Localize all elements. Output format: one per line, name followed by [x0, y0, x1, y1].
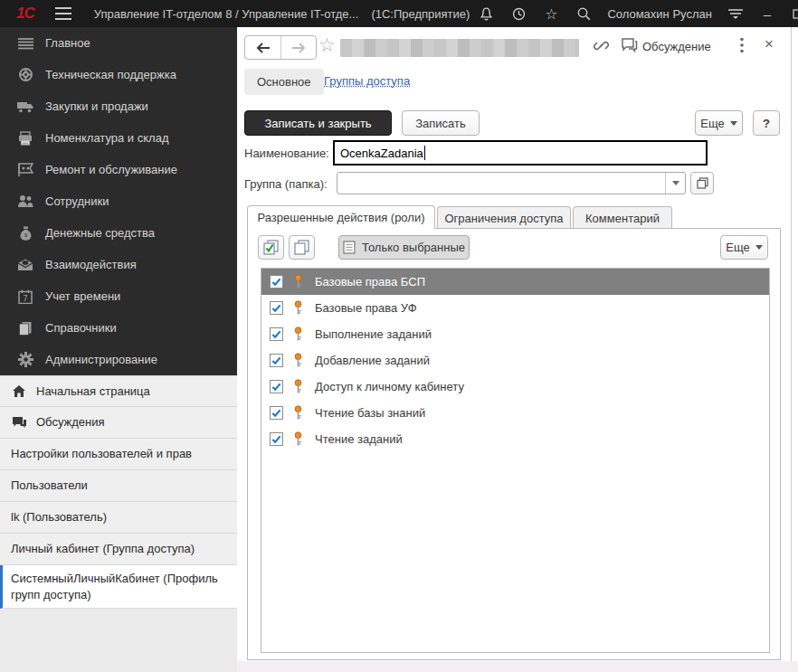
- people-icon: [16, 193, 34, 211]
- sidebar-item-users[interactable]: Пользователи: [0, 470, 237, 502]
- checkbox[interactable]: [270, 327, 283, 341]
- sidebar-item-label: СистемныйЛичныйКабинет (Профиль групп до…: [11, 571, 228, 602]
- sidebar-item-label: Пользователи: [11, 478, 88, 494]
- sidebar-item-label: Администрирование: [45, 353, 157, 366]
- role-key-icon: [292, 379, 304, 394]
- favorites-star-icon[interactable]: ☆: [535, 0, 567, 27]
- group-combo-value: [337, 173, 665, 194]
- sidebar-item-repair[interactable]: Ремонт и обслуживание: [0, 154, 237, 185]
- checkbox[interactable]: [270, 380, 283, 393]
- close-form-icon[interactable]: ×: [765, 35, 774, 53]
- role-row[interactable]: Чтение базы знаний: [261, 400, 769, 426]
- sidebar-item-administration[interactable]: Администрирование: [0, 344, 237, 375]
- role-key-icon: [292, 300, 304, 316]
- save-button[interactable]: Записать: [402, 110, 480, 136]
- sidebar-item-home[interactable]: Начальная страница: [0, 375, 237, 407]
- group-dropdown-button[interactable]: [665, 173, 685, 194]
- tab-allowed-actions[interactable]: Разрешенные действия (роли): [247, 205, 435, 229]
- sidebar-item-employees[interactable]: Сотрудники: [0, 185, 237, 217]
- sidebar-item-label: lk (Пользователь): [11, 509, 107, 525]
- favorite-star-icon[interactable]: ☆: [318, 34, 336, 56]
- sidebar-item-label: Денежные средства: [45, 226, 155, 240]
- sections-panel: Главное Техническая поддержка Закупки и …: [0, 27, 237, 375]
- text-cursor: [424, 146, 425, 160]
- name-input[interactable]: OcenkaZadania: [333, 140, 708, 166]
- sidebar-item-money[interactable]: s Денежные средства: [0, 217, 237, 249]
- group-choose-button[interactable]: [690, 172, 714, 194]
- uncheck-all-button[interactable]: [289, 235, 315, 260]
- notifications-bell-icon[interactable]: [470, 0, 502, 27]
- sidebar-item-glavnoe[interactable]: Главное: [0, 27, 237, 59]
- sidebar-item-purchases[interactable]: Закупки и продажи: [0, 90, 237, 122]
- role-label: Чтение заданий: [315, 432, 403, 446]
- money-icon: s: [16, 224, 34, 242]
- sidebar-item-label: Личный кабинет (Группа доступа): [11, 541, 195, 557]
- list-icon: [343, 241, 356, 254]
- sidebar-item-label: Техническая поддержка: [45, 68, 176, 81]
- checkbox[interactable]: [270, 354, 283, 367]
- roles-more-button[interactable]: Еще: [720, 235, 768, 260]
- tab-access-groups-link[interactable]: Группы доступа: [324, 74, 410, 88]
- 1c-logo: 1С: [16, 5, 34, 23]
- sidebar-item-tech-support[interactable]: Техническая поддержка: [0, 59, 237, 90]
- chevron-down-icon: [755, 245, 763, 250]
- books-icon: [16, 319, 34, 337]
- more-actions-icon[interactable]: [740, 37, 744, 53]
- sidebar-item-label: Учет времени: [45, 289, 120, 303]
- role-label: Доступ к личному кабинету: [315, 380, 464, 393]
- role-row[interactable]: Чтение заданий: [261, 426, 769, 452]
- more-button[interactable]: Еще: [695, 110, 743, 136]
- only-selected-toggle[interactable]: Только выбранные: [338, 235, 470, 260]
- checkbox[interactable]: [270, 406, 283, 420]
- tab-main[interactable]: Основное: [244, 69, 324, 95]
- sidebar-item-discussions[interactable]: Обсуждения: [0, 407, 237, 439]
- sidebar-item-user-settings[interactable]: Настройки пользователей и прав: [0, 439, 237, 470]
- form-scroll-track[interactable]: [791, 27, 792, 672]
- history-icon[interactable]: [502, 0, 535, 27]
- svg-text:7: 7: [23, 294, 27, 303]
- group-field-label: Группа (папка):: [244, 177, 328, 191]
- sidebar-item-interactions[interactable]: Взаимодействия: [0, 249, 237, 280]
- get-link-icon[interactable]: [593, 37, 610, 54]
- checkbox[interactable]: [270, 432, 283, 446]
- user-menu-icon[interactable]: [719, 0, 752, 27]
- group-combo-input[interactable]: [337, 172, 686, 194]
- sidebar-item-nomenclature[interactable]: Номенклатура и склад: [0, 122, 237, 154]
- role-row[interactable]: Доступ к личному кабинету: [261, 374, 769, 400]
- discussion-label[interactable]: Обсуждение: [642, 40, 711, 53]
- checkbox[interactable]: [270, 301, 283, 315]
- discussion-bubble-icon[interactable]: [621, 37, 638, 52]
- tab-comment[interactable]: Комментарий: [573, 206, 672, 229]
- checkbox[interactable]: [270, 275, 283, 289]
- back-button[interactable]: [245, 36, 280, 59]
- search-icon[interactable]: [567, 0, 600, 27]
- role-row[interactable]: Базовые права УФ: [261, 295, 769, 321]
- help-button[interactable]: ?: [753, 110, 780, 136]
- current-user-name[interactable]: Соломахин Руслан: [607, 7, 712, 21]
- forward-button[interactable]: [280, 36, 316, 59]
- sidebar-item-lk-user[interactable]: lk (Пользователь): [0, 502, 237, 534]
- sidebar-item-catalogs[interactable]: Справочники: [0, 312, 237, 344]
- role-key-icon: [292, 431, 304, 447]
- roles-list[interactable]: Базовые права БСП Базовые права УФ Выпол…: [261, 268, 770, 653]
- maximize-button[interactable]: [783, 0, 798, 27]
- save-and-close-label: Записать и закрыть: [264, 117, 371, 130]
- tab-label: Ограничения доступа: [444, 212, 563, 225]
- gear-icon: [16, 351, 34, 369]
- tab-access-restrictions[interactable]: Ограничения доступа: [437, 206, 571, 229]
- sidebar-item-system-personal-cabinet[interactable]: СистемныйЛичныйКабинет (Профиль групп до…: [0, 565, 237, 609]
- role-row[interactable]: Базовые права БСП: [261, 269, 769, 295]
- name-field-label: Наименование:: [244, 147, 329, 160]
- sidebar-item-timesheet[interactable]: 7 Учет времени: [0, 280, 237, 312]
- form-window: ☆ Обсуждение × Основное Группы доступа З…: [237, 27, 798, 672]
- check-all-icon: [263, 240, 279, 255]
- role-row[interactable]: Добавление заданий: [261, 347, 769, 374]
- role-row[interactable]: Выполнение заданий: [261, 321, 769, 347]
- tab-label: Комментарий: [585, 212, 660, 225]
- sidebar: Главное Техническая поддержка Закупки и …: [0, 27, 237, 672]
- check-all-button[interactable]: [258, 235, 284, 260]
- hamburger-menu-icon[interactable]: [54, 6, 72, 21]
- minimize-button[interactable]: –: [752, 0, 783, 27]
- sidebar-item-personal-cabinet[interactable]: Личный кабинет (Группа доступа): [0, 534, 237, 565]
- save-and-close-button[interactable]: Записать и закрыть: [244, 110, 392, 136]
